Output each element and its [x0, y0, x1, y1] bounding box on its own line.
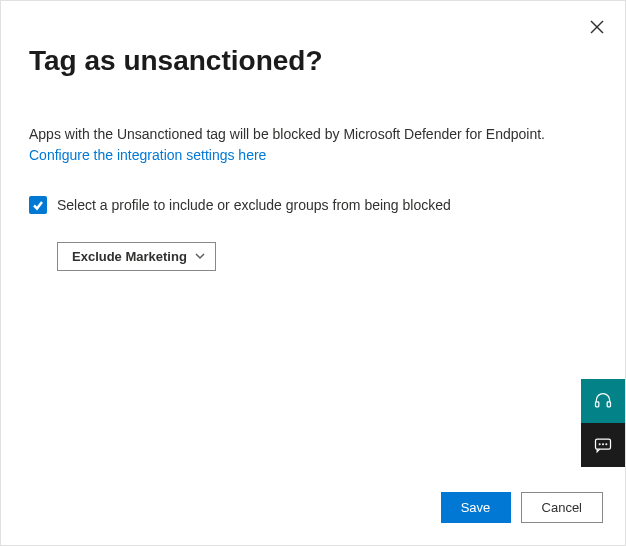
svg-point-6	[603, 444, 604, 445]
svg-point-7	[606, 444, 607, 445]
tag-unsanctioned-dialog: Tag as unsanctioned? Apps with the Unsan…	[0, 0, 626, 546]
help-button[interactable]	[581, 379, 625, 423]
chevron-down-icon	[195, 251, 205, 261]
profile-checkbox[interactable]	[29, 196, 47, 214]
configure-integration-link[interactable]: Configure the integration settings here	[29, 147, 266, 163]
svg-rect-2	[596, 402, 599, 407]
dialog-footer: Save Cancel	[441, 492, 603, 523]
chat-icon	[593, 435, 613, 455]
profile-checkbox-row: Select a profile to include or exclude g…	[29, 196, 597, 214]
dialog-title: Tag as unsanctioned?	[29, 45, 597, 77]
close-icon	[590, 20, 604, 34]
feedback-button[interactable]	[581, 423, 625, 467]
floating-actions	[581, 379, 625, 467]
dialog-description: Apps with the Unsanctioned tag will be b…	[29, 125, 597, 145]
headset-icon	[593, 391, 613, 411]
cancel-button[interactable]: Cancel	[521, 492, 603, 523]
dropdown-selected-label: Exclude Marketing	[72, 249, 187, 264]
checkmark-icon	[32, 199, 44, 211]
profile-dropdown[interactable]: Exclude Marketing	[57, 242, 216, 271]
save-button[interactable]: Save	[441, 492, 511, 523]
svg-rect-3	[607, 402, 610, 407]
profile-checkbox-label: Select a profile to include or exclude g…	[57, 197, 451, 213]
svg-point-5	[599, 444, 600, 445]
close-button[interactable]	[585, 15, 609, 39]
